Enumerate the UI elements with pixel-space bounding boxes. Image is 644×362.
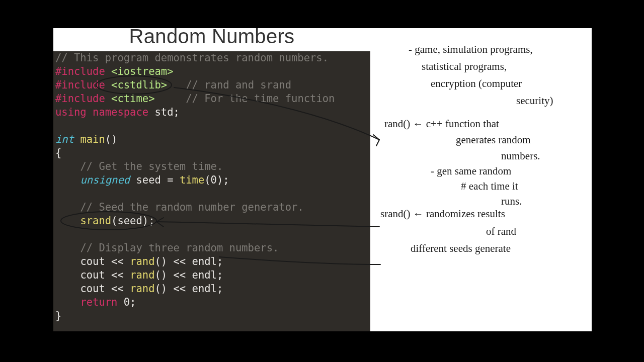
note-line: different seeds generate	[411, 241, 511, 255]
code-line: // Display three random numbers.	[80, 242, 279, 254]
code-line: // This program demonstrates random numb…	[55, 52, 329, 64]
note-line: srand() ← randomizes results	[380, 207, 505, 221]
note-line: numbers.	[501, 149, 540, 163]
note-line: generates random	[456, 133, 531, 147]
code-line: cout <<	[80, 255, 130, 267]
note-line: encryption (computer	[431, 76, 522, 90]
code-line: srand	[80, 215, 111, 227]
code-line: #include	[55, 93, 105, 105]
slide-title: Random Numbers	[53, 25, 370, 48]
note-line: of rand	[486, 224, 516, 238]
note-line: rand() ← c++ function that	[384, 117, 499, 131]
slide: Random Numbers // This program demonstra…	[53, 28, 592, 331]
code-line: #include	[55, 79, 105, 91]
code-line: {	[55, 147, 61, 159]
handwritten-notes: - game, simulation programs, statistical…	[375, 28, 592, 331]
note-line: statistical programs,	[422, 59, 507, 73]
code-line: using	[55, 106, 87, 118]
note-line: - gen same random	[431, 164, 511, 178]
code-line: #include	[55, 65, 105, 77]
code-block: // This program demonstrates random numb…	[53, 51, 370, 331]
note-line: # each time it	[461, 179, 518, 193]
code-line: int	[55, 133, 74, 145]
code-line: unsigned	[80, 174, 130, 186]
note-line: runs.	[501, 194, 522, 208]
note-line: security)	[516, 94, 553, 108]
code-line: cout <<	[80, 283, 130, 295]
note-line: - game, simulation programs,	[409, 42, 533, 56]
code-line: }	[55, 310, 61, 322]
code-line: // Seed the random number generator.	[80, 201, 303, 213]
code-line: // Get the system time.	[80, 160, 223, 172]
code-line: cout <<	[80, 269, 130, 281]
code-line: return	[80, 296, 117, 308]
